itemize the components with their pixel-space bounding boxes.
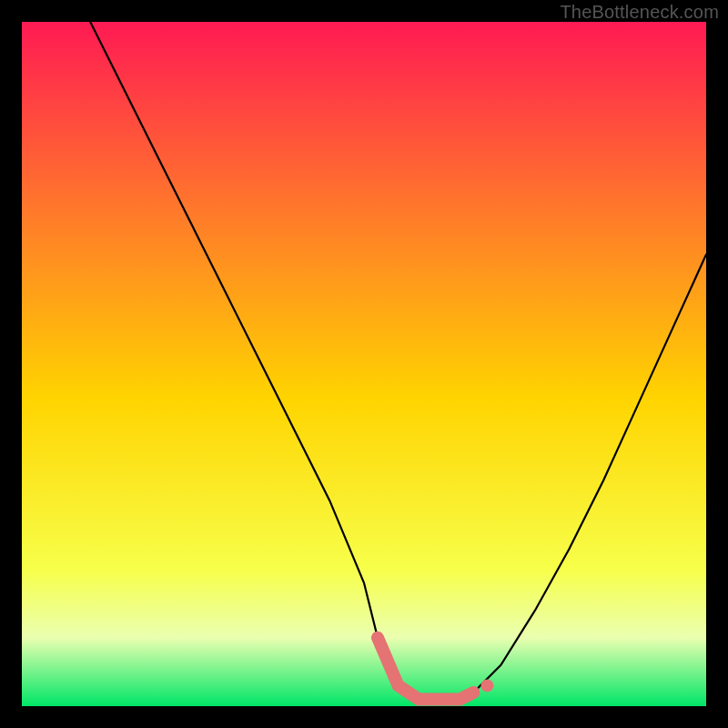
accent-dot [480, 679, 493, 692]
plot-area [22, 22, 706, 706]
watermark-text: TheBottleneck.com [560, 2, 719, 23]
gradient-background [22, 22, 706, 706]
chart-svg [22, 22, 706, 706]
chart-frame: TheBottleneck.com [0, 0, 728, 728]
